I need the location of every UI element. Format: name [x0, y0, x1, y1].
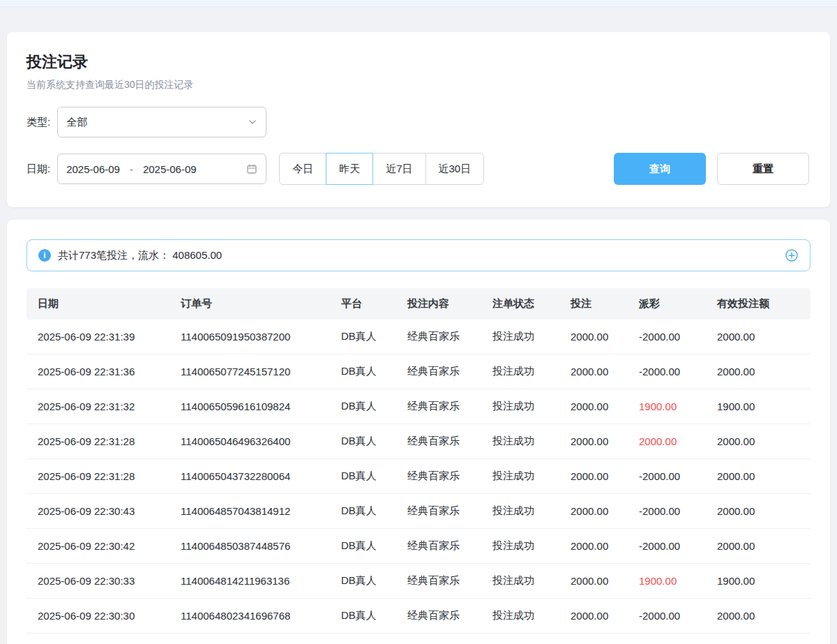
- cell-bet: 2000.00: [559, 354, 628, 389]
- query-button[interactable]: 查询: [614, 153, 706, 185]
- cell-status: 投注成功: [481, 494, 559, 529]
- cell-order: 1140064802341696768: [169, 599, 330, 634]
- cell-order: 1140064750324326400: [169, 634, 330, 644]
- column-header: 日期: [27, 288, 169, 320]
- cell-payout: -2000.00: [628, 354, 706, 389]
- cell-status: 投注成功: [481, 354, 559, 389]
- cell-status: 投注成功: [481, 564, 559, 599]
- cell-platform: DB真人: [330, 494, 396, 529]
- quick-range-button-1[interactable]: 昨天: [326, 153, 373, 185]
- quick-range-button-0[interactable]: 今日: [279, 153, 326, 185]
- table-row: 2025-06-09 22:31:281140065046496326400DB…: [27, 424, 810, 459]
- column-header: 订单号: [169, 288, 330, 320]
- cell-order: 1140064814211963136: [169, 564, 330, 599]
- cell-status: 投注成功: [481, 459, 559, 494]
- cell-order: 1140065091950387200: [169, 320, 330, 354]
- cell-payout: 1900.00: [628, 564, 706, 599]
- table-body: 2025-06-09 22:31:391140065091950387200DB…: [27, 320, 810, 644]
- cell-payout: 1900.00: [628, 389, 706, 424]
- cell-platform: DB真人: [330, 424, 396, 459]
- date-start-value: 2025-06-09: [66, 163, 120, 175]
- cell-content: 经典百家乐: [396, 320, 481, 354]
- cell-status: 投注成功: [481, 599, 559, 634]
- table-row: 2025-06-09 22:31:281140065043732280064DB…: [27, 459, 810, 494]
- plus-circle-icon[interactable]: [785, 248, 799, 262]
- cell-bet: 2000.00: [559, 494, 628, 529]
- cell-platform: DB真人: [330, 564, 396, 599]
- quick-range-button-2[interactable]: 近7日: [372, 153, 425, 185]
- cell-content: 经典百家乐: [396, 459, 481, 494]
- filter-panel: 投注记录 当前系统支持查询最近30日的投注记录 类型: 全部 日期: 2025-…: [7, 32, 830, 207]
- cell-valid: 2000.00: [706, 599, 810, 634]
- column-header: 投注内容: [396, 288, 481, 320]
- cell-content: 经典百家乐: [396, 634, 481, 644]
- calendar-icon: [246, 163, 257, 174]
- table-row: 2025-06-09 22:31:321140065059616109824DB…: [27, 389, 810, 424]
- cell-valid: 2000.00: [706, 634, 810, 644]
- page-title: 投注记录: [27, 52, 809, 73]
- cell-date: 2025-06-09 22:31:39: [27, 320, 169, 354]
- cell-valid: 2000.00: [706, 354, 810, 389]
- info-icon: i: [38, 249, 51, 262]
- cell-valid: 2000.00: [706, 320, 810, 354]
- cell-date: 2025-06-09 22:30:18: [27, 634, 169, 644]
- records-table: 日期订单号平台投注内容注单状态投注派彩有效投注额 2025-06-09 22:3…: [27, 288, 810, 644]
- column-header: 有效投注额: [706, 288, 810, 320]
- cell-bet: 2000.00: [559, 564, 628, 599]
- cell-bet: 2000.00: [559, 389, 628, 424]
- cell-content: 经典百家乐: [396, 529, 481, 564]
- table-row: 2025-06-09 22:30:301140064802341696768DB…: [27, 599, 810, 634]
- type-label: 类型:: [27, 116, 50, 129]
- cell-order: 1140065046496326400: [169, 424, 330, 459]
- column-header: 平台: [330, 288, 396, 320]
- table-row: 2025-06-09 22:30:181140064750324326400DB…: [27, 634, 810, 644]
- cell-order: 1140064850387448576: [169, 529, 330, 564]
- date-range-input[interactable]: 2025-06-09 - 2025-06-09: [57, 153, 266, 184]
- cell-payout: -2000.00: [628, 494, 706, 529]
- records-panel: i 共计773笔投注，流水： 408605.00 日期订单号平台投注内容注单状态…: [7, 220, 830, 644]
- cell-order: 1140065077245157120: [169, 354, 330, 389]
- date-filter-row: 日期: 2025-06-09 - 2025-06-09 今日昨天近7日近30日 …: [27, 153, 809, 185]
- date-separator: -: [130, 163, 133, 175]
- cell-date: 2025-06-09 22:30:30: [27, 599, 169, 634]
- cell-valid: 1900.00: [706, 389, 810, 424]
- cell-content: 经典百家乐: [396, 354, 481, 389]
- cell-status: 投注成功: [481, 529, 559, 564]
- quick-range-button-3[interactable]: 近30日: [425, 153, 485, 185]
- cell-bet: 2000.00: [559, 529, 628, 564]
- reset-button[interactable]: 重置: [717, 153, 809, 185]
- cell-payout: -2000.00: [628, 529, 706, 564]
- column-header: 派彩: [628, 288, 706, 320]
- cell-platform: DB真人: [330, 634, 396, 644]
- cell-order: 1140065059616109824: [169, 389, 330, 424]
- cell-status: 投注成功: [481, 634, 559, 644]
- cell-bet: 2000.00: [559, 424, 628, 459]
- cell-date: 2025-06-09 22:31:28: [27, 459, 169, 494]
- table-header-row: 日期订单号平台投注内容注单状态投注派彩有效投注额: [27, 288, 810, 320]
- cell-valid: 2000.00: [706, 459, 810, 494]
- date-label: 日期:: [27, 163, 50, 176]
- cell-date: 2025-06-09 22:30:33: [27, 564, 169, 599]
- cell-valid: 1900.00: [706, 564, 810, 599]
- cell-date: 2025-06-09 22:31:32: [27, 389, 169, 424]
- cell-order: 1140065043732280064: [169, 459, 330, 494]
- cell-content: 经典百家乐: [396, 424, 481, 459]
- table-row: 2025-06-09 22:30:331140064814211963136DB…: [27, 564, 810, 599]
- type-select[interactable]: 全部: [57, 107, 266, 137]
- cell-status: 投注成功: [481, 389, 559, 424]
- cell-content: 经典百家乐: [396, 564, 481, 599]
- summary-banner: i 共计773笔投注，流水： 408605.00: [27, 239, 810, 271]
- cell-date: 2025-06-09 22:30:42: [27, 529, 169, 564]
- cell-bet: 2000.00: [559, 459, 628, 494]
- page-subtitle: 当前系统支持查询最近30日的投注记录: [27, 79, 809, 91]
- cell-order: 1140064857043814912: [169, 494, 330, 529]
- quick-range-group: 今日昨天近7日近30日: [279, 153, 484, 185]
- summary-text: 共计773笔投注，流水： 408605.00: [58, 249, 222, 262]
- chevron-down-icon: [248, 117, 257, 127]
- cell-content: 经典百家乐: [396, 389, 481, 424]
- cell-valid: 2000.00: [706, 424, 810, 459]
- cell-date: 2025-06-09 22:31:36: [27, 354, 169, 389]
- cell-status: 投注成功: [481, 424, 559, 459]
- cell-platform: DB真人: [330, 459, 396, 494]
- cell-platform: DB真人: [330, 529, 396, 564]
